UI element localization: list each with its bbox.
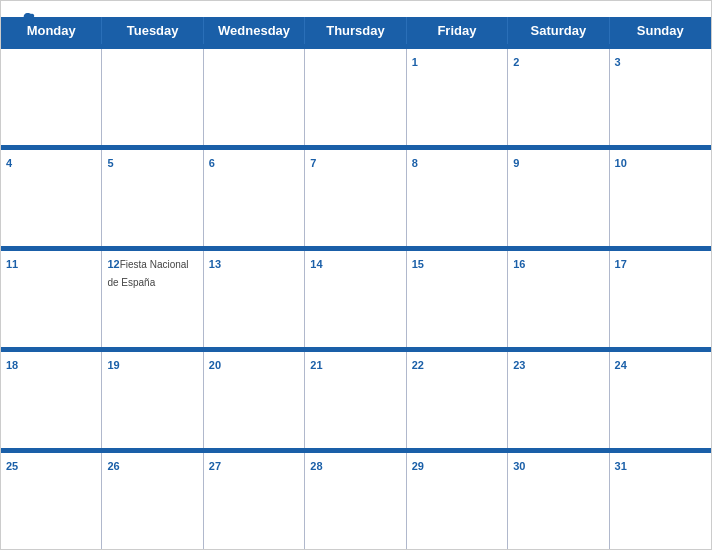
calendar-cell-2: 2 bbox=[508, 49, 609, 145]
calendar-cell-empty-0-0 bbox=[1, 49, 102, 145]
calendar-cell-28: 28 bbox=[305, 453, 406, 549]
cell-number: 1 bbox=[412, 56, 418, 68]
week-row-4: 18192021222324 bbox=[1, 347, 711, 448]
cell-number: 18 bbox=[6, 359, 18, 371]
day-header-friday: Friday bbox=[407, 17, 508, 44]
logo-bird-icon bbox=[19, 11, 37, 29]
calendar-cell-25: 25 bbox=[1, 453, 102, 549]
calendar-cell-31: 31 bbox=[610, 453, 711, 549]
day-headers-row: MondayTuesdayWednesdayThursdayFridaySatu… bbox=[1, 17, 711, 44]
cell-number: 8 bbox=[412, 157, 418, 169]
calendar-cell-7: 7 bbox=[305, 150, 406, 246]
week-cells-4: 18192021222324 bbox=[1, 352, 711, 448]
cell-number: 11 bbox=[6, 258, 18, 270]
calendar-cell-13: 13 bbox=[204, 251, 305, 347]
calendar-cell-22: 22 bbox=[407, 352, 508, 448]
cell-number: 28 bbox=[310, 460, 322, 472]
cell-number: 12 bbox=[107, 258, 119, 270]
calendar-cell-5: 5 bbox=[102, 150, 203, 246]
cell-number: 2 bbox=[513, 56, 519, 68]
cell-number: 3 bbox=[615, 56, 621, 68]
calendar-cell-11: 11 bbox=[1, 251, 102, 347]
cell-number: 22 bbox=[412, 359, 424, 371]
week-row-3: 1112Fiesta Nacional de España1314151617 bbox=[1, 246, 711, 347]
cell-number: 29 bbox=[412, 460, 424, 472]
calendar-cell-14: 14 bbox=[305, 251, 406, 347]
calendar-cell-16: 16 bbox=[508, 251, 609, 347]
week-row-5: 25262728293031 bbox=[1, 448, 711, 549]
cell-number: 19 bbox=[107, 359, 119, 371]
calendar-cell-18: 18 bbox=[1, 352, 102, 448]
cell-number: 16 bbox=[513, 258, 525, 270]
calendar-cell-3: 3 bbox=[610, 49, 711, 145]
cell-event: Fiesta Nacional de España bbox=[107, 259, 188, 288]
calendar-cell-1: 1 bbox=[407, 49, 508, 145]
day-header-tuesday: Tuesday bbox=[102, 17, 203, 44]
cell-number: 25 bbox=[6, 460, 18, 472]
calendar-cell-10: 10 bbox=[610, 150, 711, 246]
cell-number: 5 bbox=[107, 157, 113, 169]
calendar-cell-empty-0-1 bbox=[102, 49, 203, 145]
cell-number: 15 bbox=[412, 258, 424, 270]
cell-number: 17 bbox=[615, 258, 627, 270]
day-header-saturday: Saturday bbox=[508, 17, 609, 44]
calendar-cell-26: 26 bbox=[102, 453, 203, 549]
calendar-cell-8: 8 bbox=[407, 150, 508, 246]
calendar-cell-24: 24 bbox=[610, 352, 711, 448]
cell-number: 20 bbox=[209, 359, 221, 371]
week-cells-5: 25262728293031 bbox=[1, 453, 711, 549]
calendar-cell-19: 19 bbox=[102, 352, 203, 448]
cell-number: 13 bbox=[209, 258, 221, 270]
week-row-2: 45678910 bbox=[1, 145, 711, 246]
week-cells-1: 123 bbox=[1, 49, 711, 145]
day-header-wednesday: Wednesday bbox=[204, 17, 305, 44]
calendar-cell-29: 29 bbox=[407, 453, 508, 549]
cell-number: 30 bbox=[513, 460, 525, 472]
cell-number: 6 bbox=[209, 157, 215, 169]
cell-number: 21 bbox=[310, 359, 322, 371]
cell-number: 10 bbox=[615, 157, 627, 169]
calendar-cell-21: 21 bbox=[305, 352, 406, 448]
calendar-cell-12: 12Fiesta Nacional de España bbox=[102, 251, 203, 347]
cell-number: 27 bbox=[209, 460, 221, 472]
calendar-cell-30: 30 bbox=[508, 453, 609, 549]
calendar-cell-empty-0-2 bbox=[204, 49, 305, 145]
calendar-cell-15: 15 bbox=[407, 251, 508, 347]
calendar-cell-empty-0-3 bbox=[305, 49, 406, 145]
calendar-cell-9: 9 bbox=[508, 150, 609, 246]
calendar-grid: 123456789101112Fiesta Nacional de España… bbox=[1, 44, 711, 549]
logo bbox=[17, 11, 37, 29]
cell-number: 26 bbox=[107, 460, 119, 472]
calendar-cell-20: 20 bbox=[204, 352, 305, 448]
calendar-cell-23: 23 bbox=[508, 352, 609, 448]
calendar: MondayTuesdayWednesdayThursdayFridaySatu… bbox=[0, 0, 712, 550]
calendar-header bbox=[1, 1, 711, 17]
cell-number: 31 bbox=[615, 460, 627, 472]
week-cells-3: 1112Fiesta Nacional de España1314151617 bbox=[1, 251, 711, 347]
week-row-1: 123 bbox=[1, 44, 711, 145]
day-header-sunday: Sunday bbox=[610, 17, 711, 44]
cell-number: 9 bbox=[513, 157, 519, 169]
calendar-cell-17: 17 bbox=[610, 251, 711, 347]
cell-number: 24 bbox=[615, 359, 627, 371]
day-header-thursday: Thursday bbox=[305, 17, 406, 44]
cell-number: 23 bbox=[513, 359, 525, 371]
calendar-cell-27: 27 bbox=[204, 453, 305, 549]
calendar-cell-6: 6 bbox=[204, 150, 305, 246]
cell-number: 14 bbox=[310, 258, 322, 270]
calendar-cell-4: 4 bbox=[1, 150, 102, 246]
week-cells-2: 45678910 bbox=[1, 150, 711, 246]
cell-number: 7 bbox=[310, 157, 316, 169]
cell-number: 4 bbox=[6, 157, 12, 169]
